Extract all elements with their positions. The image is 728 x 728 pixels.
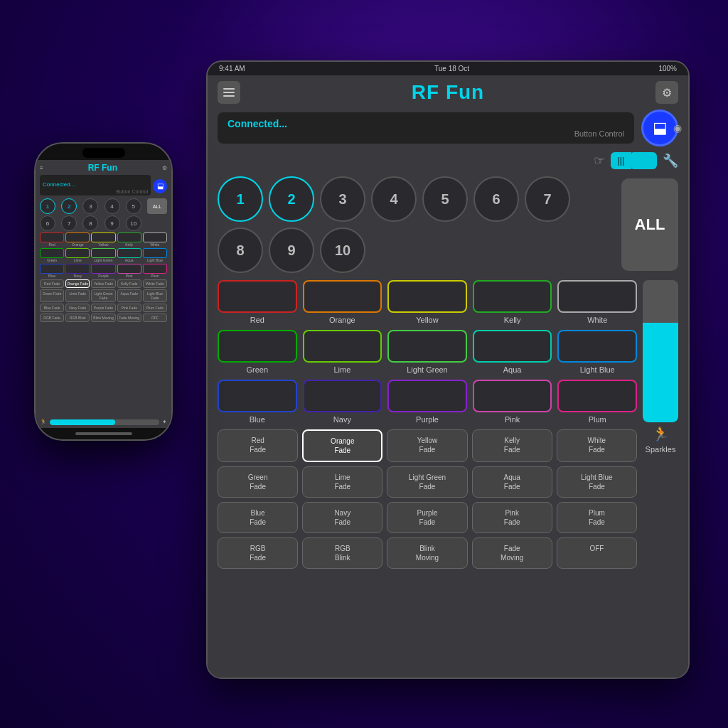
phone-num-8[interactable]: 8: [82, 215, 98, 231]
num-button-3[interactable]: 3: [320, 176, 365, 222]
gear-button[interactable]: ⚙: [655, 81, 678, 104]
phone-fade-navy[interactable]: Navy Fade: [65, 304, 90, 312]
all-button[interactable]: ALL: [621, 178, 678, 271]
color-button-red[interactable]: Red: [218, 280, 297, 324]
phone-fade-blink-moving[interactable]: Blink Moving: [91, 314, 115, 322]
phone-fade-fade-moving[interactable]: Fade Moving: [117, 314, 141, 322]
color-button-green[interactable]: Green: [218, 330, 297, 374]
fade-button-pink[interactable]: PinkFade: [472, 502, 552, 533]
phone-fade-plum[interactable]: Plum Fade: [143, 304, 167, 312]
num-button-4[interactable]: 4: [371, 176, 417, 222]
phone-color-white[interactable]: White: [143, 232, 167, 247]
phone-color-red[interactable]: Red: [40, 232, 64, 247]
fade-button-blink-moving[interactable]: BlinkMoving: [387, 537, 467, 569]
fade-button-off[interactable]: OFF: [557, 537, 637, 569]
color-button-lime[interactable]: Lime: [303, 330, 382, 374]
fade-button-light-green[interactable]: Light GreenFade: [387, 466, 467, 498]
fade-button-plum[interactable]: PlumFade: [557, 502, 637, 533]
phone-color-green[interactable]: Green: [40, 248, 64, 262]
phone-color-lime[interactable]: Lime: [65, 248, 90, 262]
toggle-button-left[interactable]: |||: [611, 152, 631, 169]
phone-fade-aqua[interactable]: Aqua Fade: [117, 289, 141, 302]
phone-num-3[interactable]: 3: [82, 198, 98, 214]
phone-fade-white[interactable]: White Fade: [143, 279, 167, 288]
phone-color-orange[interactable]: Orange: [65, 232, 90, 247]
phone-fade-red[interactable]: Red Fade: [40, 279, 64, 288]
phone-fade-lg[interactable]: Light Green Fade: [91, 289, 115, 302]
color-button-white[interactable]: White: [557, 280, 637, 324]
phone-gear[interactable]: ⚙: [162, 165, 167, 171]
num-button-10[interactable]: 10: [320, 228, 365, 273]
color-button-yellow[interactable]: Yellow: [387, 280, 467, 324]
phone-fade-kelly[interactable]: Kelly Fade: [117, 279, 141, 288]
fade-button-kelly[interactable]: KellyFade: [472, 429, 552, 462]
phone-bluetooth-icon[interactable]: ⬓: [153, 179, 167, 193]
num-button-9[interactable]: 9: [269, 228, 314, 273]
phone-fade-blue[interactable]: Blue Fade: [40, 304, 64, 312]
phone-num-9[interactable]: 9: [105, 215, 120, 231]
color-button-plum[interactable]: Plum: [557, 380, 637, 424]
phone-color-blue2[interactable]: Blue: [40, 264, 64, 278]
color-button-purple[interactable]: Purple: [387, 380, 467, 424]
fade-button-navy[interactable]: NavyFade: [302, 502, 382, 533]
phone-color-purple[interactable]: Purple: [91, 264, 115, 278]
sparkles-slider[interactable]: [643, 280, 678, 422]
color-button-aqua[interactable]: Aqua: [473, 330, 552, 374]
num-button-1[interactable]: 1: [218, 176, 263, 222]
num-button-7[interactable]: 7: [525, 176, 570, 222]
phone-color-navy[interactable]: Navy: [65, 264, 90, 278]
fade-button-green[interactable]: GreenFade: [218, 466, 298, 498]
phone-all-button[interactable]: ALL: [147, 198, 167, 214]
hamburger-button[interactable]: [218, 81, 240, 104]
phone-color-yellow[interactable]: Yellow: [91, 232, 115, 247]
phone-color-lg[interactable]: Light Green: [91, 248, 115, 262]
phone-num-7[interactable]: 7: [61, 215, 77, 231]
num-button-2[interactable]: 2: [269, 176, 314, 222]
phone-color-plum[interactable]: Plum: [143, 264, 167, 278]
phone-fade-lime[interactable]: Lime Fade: [65, 289, 90, 302]
toggle-button-right[interactable]: [631, 152, 657, 169]
color-button-pink[interactable]: Pink: [473, 380, 552, 424]
phone-num-6[interactable]: 6: [40, 215, 55, 231]
phone-slider[interactable]: [50, 419, 159, 425]
phone-color-lb[interactable]: Light Blue: [143, 248, 167, 262]
color-button-kelly[interactable]: Kelly: [473, 280, 552, 324]
fade-button-white[interactable]: WhiteFade: [557, 429, 637, 462]
phone-num-1[interactable]: 1: [40, 198, 55, 214]
phone-fade-off[interactable]: OFF: [143, 314, 167, 322]
phone-fade-lb[interactable]: Light Blue Fade: [143, 289, 167, 302]
fade-button-rgb-blink[interactable]: RGBBlink: [302, 537, 382, 569]
phone-fade-pink[interactable]: Pink Fade: [117, 304, 141, 312]
num-button-8[interactable]: 8: [218, 228, 263, 273]
phone-fade-orange[interactable]: Orange Fade: [65, 279, 90, 288]
color-button-navy[interactable]: Navy: [303, 380, 382, 424]
num-button-6[interactable]: 6: [473, 176, 519, 222]
phone-color-pink[interactable]: Pink: [117, 264, 141, 278]
phone-fade-yellow[interactable]: Yellow Fade: [91, 279, 115, 288]
color-button-blue[interactable]: Blue: [218, 380, 297, 424]
fade-button-lime[interactable]: LimeFade: [302, 466, 382, 498]
fade-button-orange[interactable]: OrangeFade: [302, 429, 382, 462]
fade-button-red[interactable]: RedFade: [218, 429, 298, 462]
phone-fade-green[interactable]: Green Fade: [40, 289, 64, 302]
fade-button-light-blue[interactable]: Light BlueFade: [557, 466, 637, 498]
phone-color-aqua[interactable]: Aqua: [117, 248, 141, 262]
phone-color-kelly[interactable]: Kelly: [117, 232, 141, 247]
num-button-5[interactable]: 5: [422, 176, 468, 222]
fade-button-purple[interactable]: PurpleFade: [387, 502, 467, 533]
fade-button-fade-moving[interactable]: FadeMoving: [472, 537, 552, 569]
color-button-light-blue[interactable]: Light Blue: [557, 330, 637, 374]
fade-button-aqua[interactable]: AquaFade: [472, 466, 552, 498]
bluetooth-icon[interactable]: ⬓ ◉: [641, 109, 678, 146]
phone-fade-purple[interactable]: Purple Fade: [91, 304, 115, 312]
fade-button-rgb[interactable]: RGBFade: [218, 537, 298, 569]
phone-hamburger[interactable]: ≡: [40, 165, 43, 171]
color-button-light-green[interactable]: Light Green: [387, 330, 467, 374]
phone-fade-blink[interactable]: RGB Blink: [65, 314, 90, 322]
phone-num-4[interactable]: 4: [105, 198, 120, 214]
color-button-orange[interactable]: Orange: [303, 280, 382, 324]
phone-num-5[interactable]: 5: [126, 198, 141, 214]
fade-button-blue[interactable]: BlueFade: [218, 502, 298, 533]
phone-num-10[interactable]: 10: [126, 215, 141, 231]
phone-fade-rgb[interactable]: RGB Fade: [40, 314, 64, 322]
